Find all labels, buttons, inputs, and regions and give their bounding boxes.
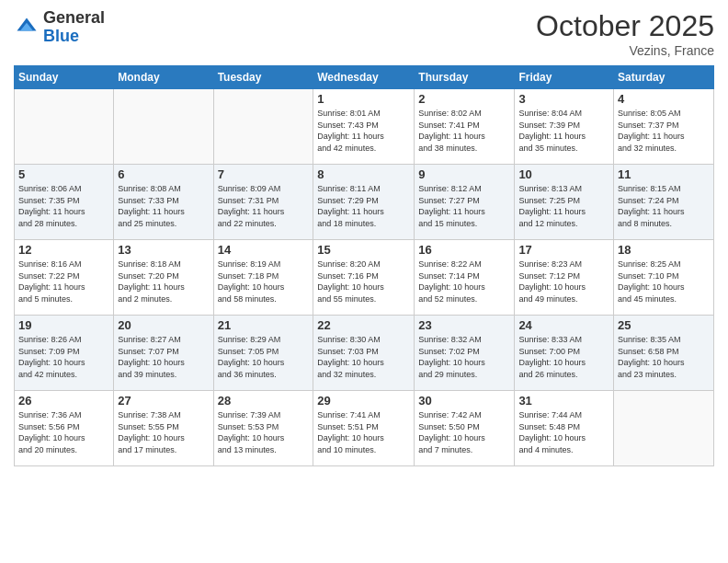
calendar-day-header: Friday xyxy=(515,66,614,89)
calendar-day-cell: 12Sunrise: 8:16 AM Sunset: 7:22 PM Dayli… xyxy=(15,240,114,316)
calendar-day-header: Sunday xyxy=(15,66,114,89)
day-info: Sunrise: 8:19 AM Sunset: 7:18 PM Dayligh… xyxy=(218,259,310,304)
day-number: 26 xyxy=(18,394,109,408)
calendar-day-cell: 5Sunrise: 8:06 AM Sunset: 7:35 PM Daylig… xyxy=(15,165,114,240)
logo-icon xyxy=(14,15,40,40)
day-number: 29 xyxy=(317,394,410,408)
day-number: 30 xyxy=(418,394,510,408)
day-info: Sunrise: 8:20 AM Sunset: 7:16 PM Dayligh… xyxy=(317,259,410,304)
calendar-day-header: Tuesday xyxy=(213,66,313,89)
day-number: 25 xyxy=(618,318,710,332)
day-number: 22 xyxy=(317,318,410,332)
day-info: Sunrise: 7:39 AM Sunset: 5:53 PM Dayligh… xyxy=(218,409,310,455)
header: General Blue October 2025 Vezins, France xyxy=(14,9,714,58)
day-info: Sunrise: 8:04 AM Sunset: 7:39 PM Dayligh… xyxy=(518,108,609,154)
day-number: 4 xyxy=(618,92,710,106)
calendar-day-cell: 21Sunrise: 8:29 AM Sunset: 7:05 PM Dayli… xyxy=(213,316,313,391)
day-info: Sunrise: 8:27 AM Sunset: 7:07 PM Dayligh… xyxy=(118,334,209,380)
calendar-day-cell: 29Sunrise: 7:41 AM Sunset: 5:51 PM Dayli… xyxy=(313,391,415,466)
calendar-day-cell: 4Sunrise: 8:05 AM Sunset: 7:37 PM Daylig… xyxy=(614,89,714,165)
logo-blue: Blue xyxy=(43,27,79,45)
day-info: Sunrise: 8:26 AM Sunset: 7:09 PM Dayligh… xyxy=(18,334,109,380)
page: General Blue October 2025 Vezins, France… xyxy=(0,0,728,563)
day-info: Sunrise: 8:01 AM Sunset: 7:43 PM Dayligh… xyxy=(317,108,410,154)
day-info: Sunrise: 8:13 AM Sunset: 7:25 PM Dayligh… xyxy=(518,183,609,229)
day-number: 8 xyxy=(317,167,410,181)
month-title: October 2025 xyxy=(536,9,714,43)
calendar-day-cell: 10Sunrise: 8:13 AM Sunset: 7:25 PM Dayli… xyxy=(515,165,614,240)
calendar-week-row: 19Sunrise: 8:26 AM Sunset: 7:09 PM Dayli… xyxy=(15,316,714,391)
day-number: 5 xyxy=(18,167,109,181)
logo: General Blue xyxy=(14,9,105,46)
day-info: Sunrise: 7:38 AM Sunset: 5:55 PM Dayligh… xyxy=(118,409,209,455)
day-number: 10 xyxy=(518,167,609,181)
day-number: 24 xyxy=(518,318,609,332)
day-info: Sunrise: 8:12 AM Sunset: 7:27 PM Dayligh… xyxy=(418,183,510,229)
calendar-day-cell: 27Sunrise: 7:38 AM Sunset: 5:55 PM Dayli… xyxy=(114,391,213,466)
day-number: 14 xyxy=(218,243,310,257)
calendar-day-cell xyxy=(114,89,213,165)
day-info: Sunrise: 8:30 AM Sunset: 7:03 PM Dayligh… xyxy=(317,334,410,380)
day-info: Sunrise: 8:25 AM Sunset: 7:10 PM Dayligh… xyxy=(618,259,710,304)
calendar-day-cell xyxy=(614,391,714,466)
calendar-day-cell: 17Sunrise: 8:23 AM Sunset: 7:12 PM Dayli… xyxy=(515,240,614,316)
day-info: Sunrise: 8:09 AM Sunset: 7:31 PM Dayligh… xyxy=(218,183,310,229)
calendar-day-cell: 7Sunrise: 8:09 AM Sunset: 7:31 PM Daylig… xyxy=(213,165,313,240)
day-number: 17 xyxy=(518,243,609,257)
day-info: Sunrise: 8:22 AM Sunset: 7:14 PM Dayligh… xyxy=(418,259,510,304)
day-info: Sunrise: 7:41 AM Sunset: 5:51 PM Dayligh… xyxy=(317,409,410,455)
calendar-day-cell: 13Sunrise: 8:18 AM Sunset: 7:20 PM Dayli… xyxy=(114,240,213,316)
calendar-day-cell: 2Sunrise: 8:02 AM Sunset: 7:41 PM Daylig… xyxy=(415,89,515,165)
calendar-day-cell: 14Sunrise: 8:19 AM Sunset: 7:18 PM Dayli… xyxy=(213,240,313,316)
logo-text: General Blue xyxy=(43,9,105,46)
calendar-day-header: Thursday xyxy=(415,66,515,89)
day-info: Sunrise: 7:42 AM Sunset: 5:50 PM Dayligh… xyxy=(418,409,510,455)
day-number: 15 xyxy=(317,243,410,257)
calendar-day-cell xyxy=(213,89,313,165)
day-number: 18 xyxy=(618,243,710,257)
calendar-day-cell: 22Sunrise: 8:30 AM Sunset: 7:03 PM Dayli… xyxy=(313,316,415,391)
day-info: Sunrise: 8:15 AM Sunset: 7:24 PM Dayligh… xyxy=(618,183,710,229)
day-number: 1 xyxy=(317,92,410,106)
day-number: 7 xyxy=(218,167,310,181)
day-info: Sunrise: 8:23 AM Sunset: 7:12 PM Dayligh… xyxy=(518,259,609,304)
calendar-day-cell: 8Sunrise: 8:11 AM Sunset: 7:29 PM Daylig… xyxy=(313,165,415,240)
calendar-day-cell: 11Sunrise: 8:15 AM Sunset: 7:24 PM Dayli… xyxy=(614,165,714,240)
day-number: 23 xyxy=(418,318,510,332)
calendar-day-cell: 25Sunrise: 8:35 AM Sunset: 6:58 PM Dayli… xyxy=(614,316,714,391)
day-info: Sunrise: 8:11 AM Sunset: 7:29 PM Dayligh… xyxy=(317,183,410,229)
calendar-day-cell: 31Sunrise: 7:44 AM Sunset: 5:48 PM Dayli… xyxy=(515,391,614,466)
calendar-day-cell: 9Sunrise: 8:12 AM Sunset: 7:27 PM Daylig… xyxy=(415,165,515,240)
title-block: October 2025 Vezins, France xyxy=(536,9,714,58)
day-number: 31 xyxy=(518,394,609,408)
calendar-day-cell: 30Sunrise: 7:42 AM Sunset: 5:50 PM Dayli… xyxy=(415,391,515,466)
calendar-day-cell: 23Sunrise: 8:32 AM Sunset: 7:02 PM Dayli… xyxy=(415,316,515,391)
calendar-week-row: 26Sunrise: 7:36 AM Sunset: 5:56 PM Dayli… xyxy=(15,391,714,466)
day-number: 6 xyxy=(118,167,209,181)
calendar-day-cell: 3Sunrise: 8:04 AM Sunset: 7:39 PM Daylig… xyxy=(515,89,614,165)
calendar-day-cell: 6Sunrise: 8:08 AM Sunset: 7:33 PM Daylig… xyxy=(114,165,213,240)
day-info: Sunrise: 8:06 AM Sunset: 7:35 PM Dayligh… xyxy=(18,183,109,229)
calendar-header-row: SundayMondayTuesdayWednesdayThursdayFrid… xyxy=(15,66,714,89)
day-number: 27 xyxy=(118,394,209,408)
day-number: 16 xyxy=(418,243,510,257)
calendar-day-cell: 18Sunrise: 8:25 AM Sunset: 7:10 PM Dayli… xyxy=(614,240,714,316)
calendar-day-header: Monday xyxy=(114,66,213,89)
logo-general: General xyxy=(43,8,105,27)
day-info: Sunrise: 8:16 AM Sunset: 7:22 PM Dayligh… xyxy=(18,259,109,304)
calendar-day-cell: 20Sunrise: 8:27 AM Sunset: 7:07 PM Dayli… xyxy=(114,316,213,391)
calendar-day-cell: 16Sunrise: 8:22 AM Sunset: 7:14 PM Dayli… xyxy=(415,240,515,316)
day-number: 20 xyxy=(118,318,209,332)
day-number: 9 xyxy=(418,167,510,181)
day-info: Sunrise: 8:32 AM Sunset: 7:02 PM Dayligh… xyxy=(418,334,510,380)
day-info: Sunrise: 8:33 AM Sunset: 7:00 PM Dayligh… xyxy=(518,334,609,380)
calendar-week-row: 12Sunrise: 8:16 AM Sunset: 7:22 PM Dayli… xyxy=(15,240,714,316)
calendar-day-cell: 1Sunrise: 8:01 AM Sunset: 7:43 PM Daylig… xyxy=(313,89,415,165)
day-info: Sunrise: 7:44 AM Sunset: 5:48 PM Dayligh… xyxy=(518,409,609,455)
day-number: 11 xyxy=(618,167,710,181)
day-info: Sunrise: 8:29 AM Sunset: 7:05 PM Dayligh… xyxy=(218,334,310,380)
calendar-day-header: Saturday xyxy=(614,66,714,89)
day-info: Sunrise: 8:08 AM Sunset: 7:33 PM Dayligh… xyxy=(118,183,209,229)
day-info: Sunrise: 8:02 AM Sunset: 7:41 PM Dayligh… xyxy=(418,108,510,154)
day-number: 13 xyxy=(118,243,209,257)
